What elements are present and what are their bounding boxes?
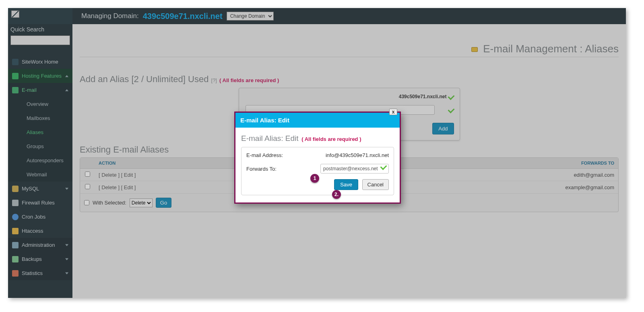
edit-alias-modal: E-mail Alias: Edit x E-mail Alias: Edit … (234, 112, 401, 204)
row-forwards: edith@gmail.com (481, 169, 618, 181)
add-alias-title: Add an Alias [2 / Unlimited] Used [?] ( … (80, 74, 619, 85)
sidebar-item-label: Firewall Rules (22, 200, 55, 206)
database-icon (12, 186, 19, 192)
sidebar-item-label: Administration (22, 242, 55, 248)
sidebar-item-label: Cron Jobs (22, 214, 45, 220)
chart-icon (12, 270, 19, 277)
modal-form: E-mail Address: info@439c509e71.nxcli.ne… (241, 147, 394, 195)
add-button[interactable]: Add (432, 123, 454, 134)
logo-area (8, 8, 72, 24)
sidebar-item-email[interactable]: E-mail (8, 83, 72, 97)
sidebar-item-label: Htaccess (22, 228, 43, 234)
forwards-to-label: Forwards To: (246, 166, 277, 172)
sidebar-item-label: E-mail (22, 87, 37, 93)
mail-icon (12, 87, 19, 93)
sidebar-item-aliases[interactable]: Aliases (8, 125, 72, 139)
row-forwards: example@gmail.com (481, 182, 618, 193)
check-icon (448, 107, 454, 114)
modal-title-text: E-mail Alias: Edit (240, 117, 289, 124)
sidebar-item-firewall[interactable]: Firewall Rules (8, 196, 72, 210)
app-frame: Managing Domain: 439c509e71.nxcli.net Ch… (8, 8, 626, 298)
sidebar-item-label: Hosting Features (22, 73, 62, 79)
sidebar-item-home[interactable]: SiteWorx Home (8, 55, 72, 69)
change-domain-select[interactable]: Change Domain (227, 12, 274, 21)
sidebar-item-groups[interactable]: Groups (8, 139, 72, 153)
sidebar-item-label: SiteWorx Home (22, 59, 58, 65)
go-button[interactable]: Go (156, 198, 171, 208)
managing-domain-label: Managing Domain: (81, 12, 139, 20)
row-actions[interactable]: [ Delete ] [ Edit ] (99, 184, 136, 190)
sidebar-item-mailboxes[interactable]: Mailboxes (8, 111, 72, 125)
domain-suffix: 439c509e71.nxcli.net (399, 94, 447, 99)
save-button[interactable]: Save (334, 179, 358, 190)
chevron-down-icon (65, 244, 68, 246)
required-note: ( All fields are required ) (219, 77, 279, 83)
email-address-value: info@439c509e71.nxcli.net (326, 152, 389, 158)
mail-card-icon (471, 47, 478, 52)
sidebar-item-autoresponders[interactable]: Autoresponders (8, 153, 72, 167)
bulk-action-select[interactable]: Delete (130, 198, 153, 207)
row-actions[interactable]: [ Delete ] [ Edit ] (99, 172, 136, 178)
row-checkbox[interactable] (85, 184, 90, 189)
email-address-label: E-mail Address: (246, 152, 283, 158)
sidebar-item-mysql[interactable]: MySQL (8, 182, 72, 196)
topbar: Managing Domain: 439c509e71.nxcli.net Ch… (72, 8, 626, 24)
sidebar-item-cron[interactable]: Cron Jobs (8, 210, 72, 224)
page-title-text: E-mail Management : Aliases (483, 43, 619, 55)
sidebar-item-overview[interactable]: Overview (8, 97, 72, 111)
annotation-badge-1: 1 (310, 174, 319, 183)
email-submenu: Overview Mailboxes Aliases Groups Autore… (8, 97, 72, 182)
help-icon[interactable]: [?] (211, 77, 217, 83)
sidebar-item-htaccess[interactable]: Htaccess (8, 224, 72, 238)
forwards-to-input[interactable] (320, 164, 389, 174)
row-checkbox[interactable] (85, 171, 90, 177)
sidebar-item-hosting[interactable]: Hosting Features (8, 69, 72, 83)
chevron-down-icon (65, 272, 68, 274)
sidebar-item-backups[interactable]: Backups (8, 252, 72, 266)
select-all-checkbox[interactable] (84, 200, 89, 205)
col-forwards: FORWARDS TO (481, 158, 618, 168)
page-title: E-mail Management : Aliases (80, 24, 619, 57)
sidebar: Quick Search SiteWorx Home Hosting Featu… (8, 24, 72, 298)
modal-body: E-mail Alias: Edit ( All fields are requ… (235, 128, 400, 202)
archive-icon (12, 256, 19, 262)
cancel-button[interactable]: Cancel (362, 179, 389, 190)
chevron-up-icon (65, 75, 68, 77)
add-alias-title-text: Add an Alias [2 / Unlimited] Used (80, 74, 208, 84)
clock-icon (12, 214, 19, 220)
chevron-up-icon (65, 89, 68, 91)
home-icon (12, 59, 19, 65)
sidebar-menu: SiteWorx Home Hosting Features E-mail Ov… (8, 55, 72, 280)
quick-search-input[interactable] (10, 35, 70, 45)
modal-titlebar: E-mail Alias: Edit x (235, 113, 400, 128)
firewall-icon (12, 200, 19, 206)
sidebar-item-statistics[interactable]: Statistics (8, 266, 72, 280)
current-domain: 439c509e71.nxcli.net (143, 12, 223, 21)
folder-icon (12, 228, 19, 234)
wrench-icon (12, 242, 19, 248)
quick-search-label: Quick Search (10, 26, 44, 33)
col-action: ACTION (95, 158, 231, 168)
modal-heading: E-mail Alias: Edit (241, 134, 299, 143)
sidebar-item-webmail[interactable]: Webmail (8, 167, 72, 182)
close-icon[interactable]: x (389, 109, 397, 115)
monitor-icon (12, 73, 19, 79)
annotation-badge-2: 2. (332, 190, 341, 199)
sidebar-item-label: Backups (22, 256, 42, 262)
modal-required-note: ( All fields are required ) (301, 136, 361, 142)
bulk-label: With Selected: (93, 200, 126, 206)
chevron-down-icon (65, 188, 68, 190)
sidebar-item-label: MySQL (22, 186, 39, 192)
check-icon (448, 93, 454, 100)
sidebar-item-admin[interactable]: Administration (8, 238, 72, 252)
chevron-down-icon (65, 258, 68, 260)
broken-image-icon (11, 10, 19, 18)
sidebar-item-label: Statistics (22, 270, 43, 276)
